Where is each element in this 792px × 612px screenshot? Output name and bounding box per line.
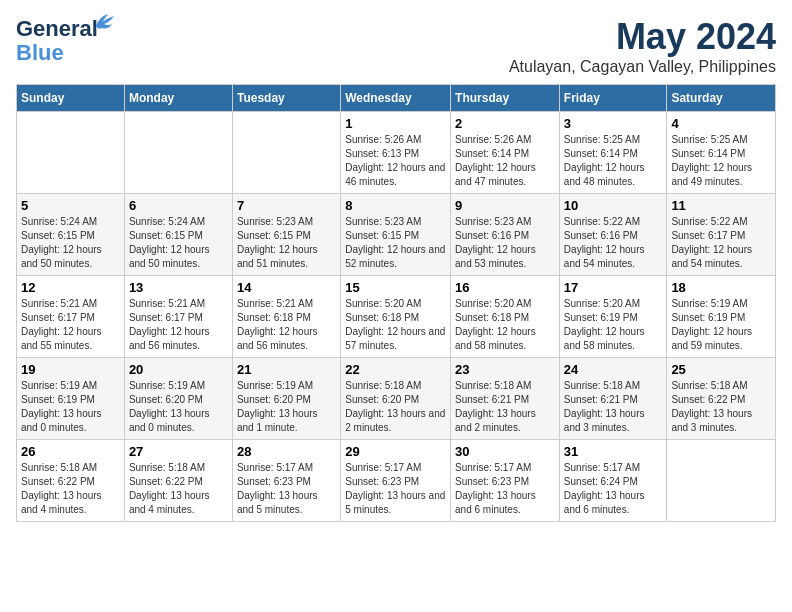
calendar-cell: 12Sunrise: 5:21 AM Sunset: 6:17 PM Dayli… (17, 276, 125, 358)
day-number: 19 (21, 362, 120, 377)
calendar-title: May 2024 (509, 16, 776, 58)
day-info: Sunrise: 5:25 AM Sunset: 6:14 PM Dayligh… (671, 133, 771, 189)
day-number: 31 (564, 444, 663, 459)
day-info: Sunrise: 5:18 AM Sunset: 6:22 PM Dayligh… (21, 461, 120, 517)
day-info: Sunrise: 5:25 AM Sunset: 6:14 PM Dayligh… (564, 133, 663, 189)
calendar-cell: 19Sunrise: 5:19 AM Sunset: 6:19 PM Dayli… (17, 358, 125, 440)
day-number: 28 (237, 444, 336, 459)
calendar-header-row: SundayMondayTuesdayWednesdayThursdayFrid… (17, 85, 776, 112)
calendar-cell: 23Sunrise: 5:18 AM Sunset: 6:21 PM Dayli… (451, 358, 560, 440)
day-number: 5 (21, 198, 120, 213)
day-number: 18 (671, 280, 771, 295)
day-number: 17 (564, 280, 663, 295)
calendar-cell: 15Sunrise: 5:20 AM Sunset: 6:18 PM Dayli… (341, 276, 451, 358)
logo-general: General (16, 16, 98, 41)
day-info: Sunrise: 5:18 AM Sunset: 6:20 PM Dayligh… (345, 379, 446, 435)
calendar-cell (124, 112, 232, 194)
day-info: Sunrise: 5:19 AM Sunset: 6:19 PM Dayligh… (21, 379, 120, 435)
day-info: Sunrise: 5:22 AM Sunset: 6:16 PM Dayligh… (564, 215, 663, 271)
day-info: Sunrise: 5:17 AM Sunset: 6:24 PM Dayligh… (564, 461, 663, 517)
calendar-week-row: 1Sunrise: 5:26 AM Sunset: 6:13 PM Daylig… (17, 112, 776, 194)
day-number: 27 (129, 444, 228, 459)
weekday-header-saturday: Saturday (667, 85, 776, 112)
calendar-cell: 7Sunrise: 5:23 AM Sunset: 6:15 PM Daylig… (232, 194, 340, 276)
calendar-week-row: 26Sunrise: 5:18 AM Sunset: 6:22 PM Dayli… (17, 440, 776, 522)
day-info: Sunrise: 5:19 AM Sunset: 6:20 PM Dayligh… (237, 379, 336, 435)
weekday-header-tuesday: Tuesday (232, 85, 340, 112)
day-info: Sunrise: 5:23 AM Sunset: 6:15 PM Dayligh… (237, 215, 336, 271)
calendar-cell: 4Sunrise: 5:25 AM Sunset: 6:14 PM Daylig… (667, 112, 776, 194)
day-info: Sunrise: 5:18 AM Sunset: 6:21 PM Dayligh… (564, 379, 663, 435)
calendar-cell: 13Sunrise: 5:21 AM Sunset: 6:17 PM Dayli… (124, 276, 232, 358)
day-number: 1 (345, 116, 446, 131)
title-area: May 2024 Atulayan, Cagayan Valley, Phili… (509, 16, 776, 76)
day-number: 4 (671, 116, 771, 131)
day-info: Sunrise: 5:20 AM Sunset: 6:18 PM Dayligh… (455, 297, 555, 353)
day-number: 21 (237, 362, 336, 377)
day-info: Sunrise: 5:18 AM Sunset: 6:22 PM Dayligh… (671, 379, 771, 435)
day-info: Sunrise: 5:17 AM Sunset: 6:23 PM Dayligh… (237, 461, 336, 517)
day-info: Sunrise: 5:17 AM Sunset: 6:23 PM Dayligh… (455, 461, 555, 517)
day-info: Sunrise: 5:26 AM Sunset: 6:13 PM Dayligh… (345, 133, 446, 189)
day-number: 26 (21, 444, 120, 459)
calendar-cell: 9Sunrise: 5:23 AM Sunset: 6:16 PM Daylig… (451, 194, 560, 276)
calendar-table: SundayMondayTuesdayWednesdayThursdayFrid… (16, 84, 776, 522)
day-number: 29 (345, 444, 446, 459)
calendar-cell: 2Sunrise: 5:26 AM Sunset: 6:14 PM Daylig… (451, 112, 560, 194)
calendar-cell: 26Sunrise: 5:18 AM Sunset: 6:22 PM Dayli… (17, 440, 125, 522)
calendar-cell: 5Sunrise: 5:24 AM Sunset: 6:15 PM Daylig… (17, 194, 125, 276)
day-info: Sunrise: 5:24 AM Sunset: 6:15 PM Dayligh… (21, 215, 120, 271)
day-number: 13 (129, 280, 228, 295)
calendar-cell: 25Sunrise: 5:18 AM Sunset: 6:22 PM Dayli… (667, 358, 776, 440)
calendar-cell: 16Sunrise: 5:20 AM Sunset: 6:18 PM Dayli… (451, 276, 560, 358)
day-number: 10 (564, 198, 663, 213)
weekday-header-friday: Friday (559, 85, 667, 112)
weekday-header-monday: Monday (124, 85, 232, 112)
page-header: General Blue May 2024 Atulayan, Cagayan … (16, 16, 776, 76)
day-info: Sunrise: 5:17 AM Sunset: 6:23 PM Dayligh… (345, 461, 446, 517)
calendar-cell: 29Sunrise: 5:17 AM Sunset: 6:23 PM Dayli… (341, 440, 451, 522)
day-number: 30 (455, 444, 555, 459)
calendar-cell: 31Sunrise: 5:17 AM Sunset: 6:24 PM Dayli… (559, 440, 667, 522)
calendar-week-row: 19Sunrise: 5:19 AM Sunset: 6:19 PM Dayli… (17, 358, 776, 440)
day-info: Sunrise: 5:21 AM Sunset: 6:18 PM Dayligh… (237, 297, 336, 353)
calendar-week-row: 12Sunrise: 5:21 AM Sunset: 6:17 PM Dayli… (17, 276, 776, 358)
day-info: Sunrise: 5:20 AM Sunset: 6:18 PM Dayligh… (345, 297, 446, 353)
day-number: 24 (564, 362, 663, 377)
calendar-cell (17, 112, 125, 194)
day-number: 11 (671, 198, 771, 213)
calendar-cell: 1Sunrise: 5:26 AM Sunset: 6:13 PM Daylig… (341, 112, 451, 194)
calendar-cell: 28Sunrise: 5:17 AM Sunset: 6:23 PM Dayli… (232, 440, 340, 522)
day-number: 2 (455, 116, 555, 131)
weekday-header-thursday: Thursday (451, 85, 560, 112)
calendar-cell: 11Sunrise: 5:22 AM Sunset: 6:17 PM Dayli… (667, 194, 776, 276)
day-number: 12 (21, 280, 120, 295)
day-info: Sunrise: 5:18 AM Sunset: 6:22 PM Dayligh… (129, 461, 228, 517)
day-number: 22 (345, 362, 446, 377)
day-number: 3 (564, 116, 663, 131)
calendar-cell: 6Sunrise: 5:24 AM Sunset: 6:15 PM Daylig… (124, 194, 232, 276)
logo-bird-icon (94, 12, 116, 30)
calendar-cell (667, 440, 776, 522)
day-info: Sunrise: 5:19 AM Sunset: 6:20 PM Dayligh… (129, 379, 228, 435)
weekday-header-wednesday: Wednesday (341, 85, 451, 112)
calendar-cell: 17Sunrise: 5:20 AM Sunset: 6:19 PM Dayli… (559, 276, 667, 358)
calendar-cell: 10Sunrise: 5:22 AM Sunset: 6:16 PM Dayli… (559, 194, 667, 276)
day-info: Sunrise: 5:22 AM Sunset: 6:17 PM Dayligh… (671, 215, 771, 271)
day-info: Sunrise: 5:21 AM Sunset: 6:17 PM Dayligh… (129, 297, 228, 353)
day-number: 20 (129, 362, 228, 377)
weekday-header-sunday: Sunday (17, 85, 125, 112)
day-info: Sunrise: 5:18 AM Sunset: 6:21 PM Dayligh… (455, 379, 555, 435)
calendar-cell (232, 112, 340, 194)
calendar-cell: 8Sunrise: 5:23 AM Sunset: 6:15 PM Daylig… (341, 194, 451, 276)
day-number: 9 (455, 198, 555, 213)
calendar-cell: 24Sunrise: 5:18 AM Sunset: 6:21 PM Dayli… (559, 358, 667, 440)
day-info: Sunrise: 5:23 AM Sunset: 6:15 PM Dayligh… (345, 215, 446, 271)
day-number: 8 (345, 198, 446, 213)
day-info: Sunrise: 5:19 AM Sunset: 6:19 PM Dayligh… (671, 297, 771, 353)
calendar-cell: 18Sunrise: 5:19 AM Sunset: 6:19 PM Dayli… (667, 276, 776, 358)
day-number: 25 (671, 362, 771, 377)
day-number: 15 (345, 280, 446, 295)
logo: General Blue (16, 16, 98, 66)
calendar-cell: 22Sunrise: 5:18 AM Sunset: 6:20 PM Dayli… (341, 358, 451, 440)
